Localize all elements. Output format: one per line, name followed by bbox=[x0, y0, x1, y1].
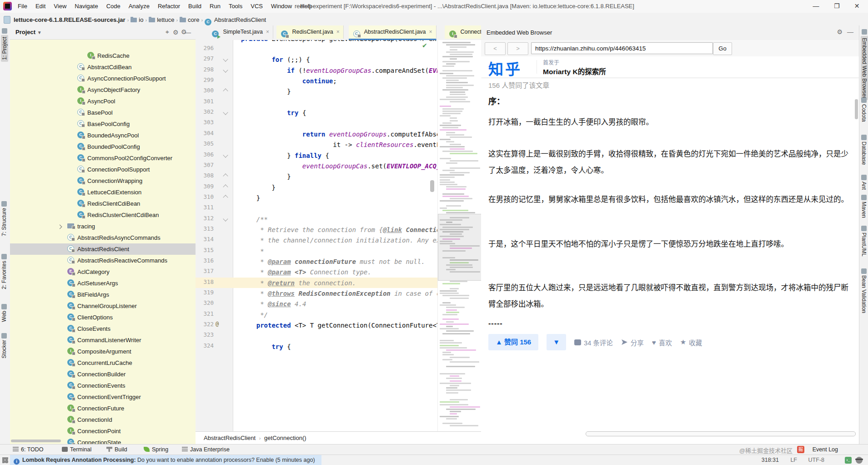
line-number[interactable]: 303 bbox=[196, 119, 214, 126]
sidebar-item-1-project[interactable]: 1: Project bbox=[1, 28, 8, 64]
line-number[interactable]: 307 bbox=[196, 162, 214, 168]
menu-item-refactor[interactable]: Refactor bbox=[154, 0, 184, 10]
minimize-button[interactable]: — bbox=[806, 0, 826, 12]
menu-item-run[interactable]: Run bbox=[206, 0, 225, 10]
page-horizontal-scrollbar[interactable] bbox=[586, 431, 856, 436]
close-button[interactable]: ✕ bbox=[847, 0, 867, 12]
line-number[interactable]: 301 bbox=[196, 98, 214, 105]
tab-SimpleTest.java[interactable]: C SimpleTest.java× bbox=[207, 25, 273, 39]
sidebar-item-maven[interactable]: Maven bbox=[861, 195, 867, 220]
tree-item-ConcurrentLruCache[interactable]: CConcurrentLruCache bbox=[10, 357, 196, 369]
tool-button-java-enterprise[interactable]: Java Enterprise bbox=[182, 445, 230, 455]
tree-item-CommonsPool2ConfigConverter[interactable]: CCommonsPool2ConfigConverter bbox=[10, 152, 196, 164]
line-number[interactable]: 314 bbox=[196, 236, 214, 243]
breadcrumb-jar[interactable]: lettuce-core-6.1.8.RELEASE-sources.jar bbox=[14, 16, 125, 23]
line-number[interactable]: 315 bbox=[196, 247, 214, 253]
annotation-gutter-icon[interactable]: @ bbox=[216, 321, 219, 327]
comments-button[interactable]: 34 条评论 bbox=[574, 338, 613, 347]
line-number[interactable]: 324 bbox=[196, 342, 214, 349]
tree-item-ConnectionEvents[interactable]: CConnectionEvents bbox=[10, 380, 196, 391]
menu-item-navigate[interactable]: Navigate bbox=[70, 0, 102, 10]
tool-button-6-todo[interactable]: 6: TODO bbox=[13, 445, 44, 455]
tree-item-AsyncConnectionPoolSupport[interactable]: CAsyncConnectionPoolSupport bbox=[10, 73, 196, 84]
favorite-button[interactable]: ★收藏 bbox=[680, 338, 702, 347]
tool-button-spring[interactable]: Spring bbox=[144, 445, 168, 455]
url-input[interactable] bbox=[531, 42, 713, 54]
sidebar-item-plantuml[interactable]: PlantUML bbox=[861, 226, 867, 258]
sidebar-item-embedded-web-browser[interactable]: Embedded Web Browser bbox=[861, 29, 868, 102]
line-number[interactable]: 306 bbox=[196, 151, 214, 158]
tree-item-ConnectionPoint[interactable]: IConnectionPoint bbox=[10, 425, 196, 437]
event-log-button[interactable]: Event Log bbox=[813, 445, 838, 455]
sidebar-item-bean-validation[interactable]: Bean Validation bbox=[861, 268, 867, 315]
menu-item-view[interactable]: View bbox=[50, 0, 70, 10]
line-number[interactable]: 319 bbox=[196, 289, 214, 296]
caret-position[interactable]: 318:31 bbox=[762, 455, 779, 465]
line-number[interactable]: 305 bbox=[196, 140, 214, 147]
sidebar-item-web[interactable]: Web bbox=[1, 304, 7, 323]
tree-item-BasePool[interactable]: CBasePool bbox=[10, 107, 196, 118]
breadcrumb-class[interactable]: AbstractRedisClient bbox=[204, 435, 256, 441]
editor-scrollbar[interactable] bbox=[430, 180, 434, 192]
sidebar-item-database[interactable]: Database bbox=[861, 135, 867, 167]
line-number[interactable]: 310 bbox=[196, 193, 214, 200]
menu-item-edit[interactable]: Edit bbox=[31, 0, 50, 10]
tab-RedisClient.java[interactable]: C RedisClient.java× bbox=[276, 25, 344, 39]
line-number[interactable]: 322 bbox=[196, 321, 214, 328]
line-number[interactable]: 299 bbox=[196, 76, 214, 83]
line-number[interactable]: 302 bbox=[196, 108, 214, 115]
column-name[interactable]: Moriarty K的探索所 bbox=[543, 66, 606, 76]
project-tree-hscrollbar[interactable] bbox=[11, 440, 61, 442]
sidebar-item-7-structure[interactable]: 7: Structure bbox=[1, 201, 7, 238]
tree-item-AbstractCdiBean[interactable]: CAbstractCdiBean bbox=[10, 61, 196, 73]
tree-item-BoundedPoolConfig[interactable]: CBoundedPoolConfig bbox=[10, 141, 196, 152]
hide-panel-icon[interactable]: — bbox=[847, 28, 853, 35]
gear-icon[interactable]: ⚙ bbox=[837, 28, 843, 35]
tree-item-ConnectionFuture[interactable]: IConnectionFuture bbox=[10, 403, 196, 414]
tree-item-RedisClusterClientCdiBean[interactable]: CRedisClusterClientCdiBean bbox=[10, 209, 196, 221]
menu-item-tools[interactable]: Tools bbox=[225, 0, 246, 10]
tool-button-build[interactable]: Build bbox=[106, 445, 127, 455]
file-encoding[interactable]: UTF-8 bbox=[808, 455, 824, 465]
tree-item-BasePoolConfig[interactable]: CBasePoolConfig bbox=[10, 118, 196, 130]
gear-icon[interactable]: ⚙ bbox=[173, 29, 179, 36]
line-number[interactable]: 323 bbox=[196, 331, 214, 338]
like-button[interactable]: ♥喜欢 bbox=[652, 338, 672, 347]
tree-item-RedisCache[interactable]: IRedisCache bbox=[10, 50, 196, 61]
terminal-status-icon[interactable]: ›_ bbox=[845, 457, 852, 464]
tree-item-AsyncPool[interactable]: IAsyncPool bbox=[10, 96, 196, 107]
breadcrumb-folder-core[interactable]: core bbox=[180, 16, 199, 23]
sidebar-item-ant[interactable]: Ant bbox=[861, 175, 867, 192]
line-number[interactable]: 312 bbox=[196, 215, 214, 222]
tool-window-switcher-icon[interactable] bbox=[2, 457, 8, 463]
tree-item-CloseEvents[interactable]: CCloseEvents bbox=[10, 323, 196, 334]
line-number[interactable]: 313 bbox=[196, 225, 214, 232]
close-icon[interactable]: × bbox=[336, 29, 340, 35]
minimap[interactable] bbox=[437, 40, 482, 431]
go-button[interactable]: Go bbox=[713, 42, 732, 55]
menu-item-analyze[interactable]: Analyze bbox=[125, 0, 154, 10]
sidebar-item-codota[interactable]: Codota bbox=[861, 97, 867, 124]
tree-item-tracing[interactable]: tracing bbox=[10, 221, 196, 232]
tree-item-AclCategory[interactable]: EAclCategory bbox=[10, 266, 196, 278]
tree-item-AbstractRedisReactiveCommands[interactable]: CAbstractRedisReactiveCommands bbox=[10, 255, 196, 266]
tree-item-ChannelGroupListener[interactable]: CChannelGroupListener bbox=[10, 300, 196, 312]
sidebar-item-2-favorites[interactable]: 2: Favorites bbox=[1, 254, 7, 291]
minimap-viewport[interactable] bbox=[438, 214, 482, 281]
tree-item-ConnectionEventTrigger[interactable]: CConnectionEventTrigger bbox=[10, 391, 196, 403]
tree-item-AbstractRedisClient[interactable]: CAbstractRedisClient bbox=[10, 243, 196, 255]
maximize-button[interactable]: ❐ bbox=[827, 0, 847, 12]
close-icon[interactable]: × bbox=[429, 29, 432, 35]
line-number[interactable]: 317 bbox=[196, 268, 214, 274]
line-number[interactable]: 316 bbox=[196, 257, 214, 264]
line-number[interactable]: 304 bbox=[196, 130, 214, 136]
share-button[interactable]: 分享 bbox=[621, 338, 644, 347]
upvote-button[interactable]: ▲ 赞同 156 bbox=[488, 334, 538, 350]
line-number[interactable]: 311 bbox=[196, 204, 214, 211]
tree-item-ClientOptions[interactable]: CClientOptions bbox=[10, 312, 196, 323]
menu-item-window[interactable]: Window bbox=[267, 0, 296, 10]
hide-icon[interactable]: — bbox=[185, 29, 191, 36]
tree-item-ConnectionPoolSupport[interactable]: CConnectionPoolSupport bbox=[10, 164, 196, 175]
line-number[interactable]: 320 bbox=[196, 299, 214, 306]
code-editor[interactable]: private EventLoopGroup getEventLoopGroup… bbox=[196, 40, 437, 431]
